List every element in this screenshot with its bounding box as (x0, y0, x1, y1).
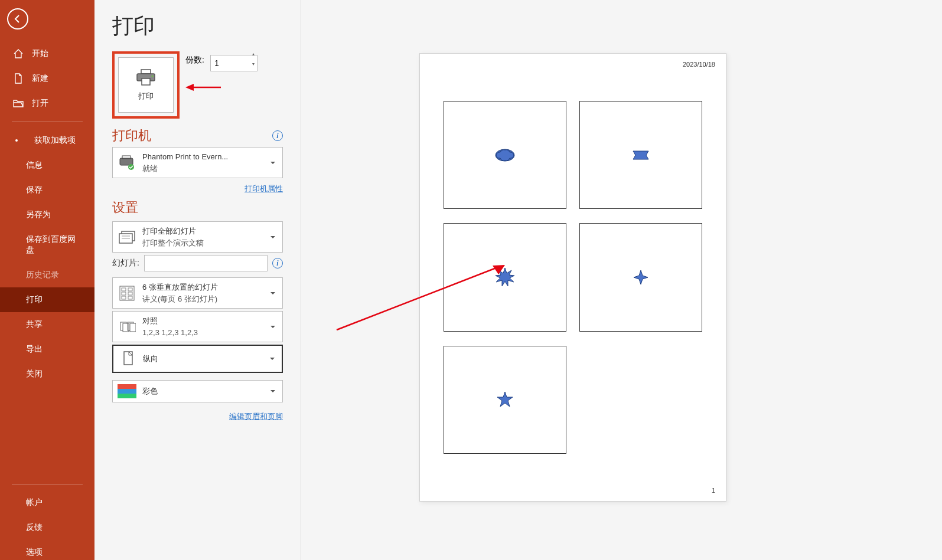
collate-line2: 1,2,3 1,2,3 1,2,3 (142, 327, 265, 339)
nav-close[interactable]: 关闭 (0, 362, 94, 387)
nav-save-baidu[interactable]: 保存到百度网盘 (0, 227, 94, 263)
open-folder-icon (13, 98, 24, 109)
nav-label: 保存到百度网盘 (26, 234, 82, 256)
nav-label: 反馈 (26, 522, 43, 533)
spinner-down-icon[interactable]: ▾ (249, 61, 257, 71)
svg-rect-2 (142, 78, 150, 85)
printer-properties-link[interactable]: 打印机属性 (245, 184, 283, 193)
nav-export[interactable]: 导出 (0, 337, 94, 362)
nav-label: 关闭 (26, 369, 43, 379)
nav-label: 选项 (26, 547, 43, 558)
preview-date: 2023/10/18 (683, 61, 715, 68)
nav-label: 信息 (26, 160, 43, 171)
new-file-icon (13, 73, 24, 84)
svg-rect-21 (130, 323, 136, 332)
print-range-dropdown[interactable]: 打印全部幻灯片 打印整个演示文稿 (112, 221, 283, 253)
slides-label: 幻灯片: (112, 258, 139, 268)
handout-grid (444, 101, 702, 454)
slide-thumb-3 (444, 223, 566, 331)
collate-line1: 对照 (142, 315, 265, 327)
svg-rect-0 (141, 70, 151, 74)
chevron-down-icon (270, 162, 275, 164)
orientation-dropdown[interactable]: 纵向 (112, 345, 283, 373)
nav-label: 历史记录 (26, 270, 59, 280)
shape-ribbon-icon (632, 150, 650, 161)
svg-rect-16 (122, 296, 126, 299)
color-dropdown[interactable]: 彩色 (112, 380, 283, 402)
nav-label: 导出 (26, 344, 43, 355)
print-range-line2: 打印整个演示文稿 (142, 237, 265, 249)
shape-seal-icon (493, 146, 517, 164)
nav-label: 打开 (32, 98, 48, 109)
home-icon (13, 48, 24, 59)
slide-thumb-4 (579, 223, 702, 331)
nav-label: 获取加载项 (34, 135, 76, 146)
nav-label: 保存 (26, 185, 43, 195)
chevron-down-icon (270, 326, 275, 328)
print-button-highlight: 打印 (112, 51, 180, 119)
print-button[interactable]: 打印 (118, 57, 174, 113)
settings-section-title: 设置 (112, 199, 283, 217)
print-preview-area: 2023/10/18 1 (301, 0, 942, 560)
slide-thumb-2 (579, 101, 702, 209)
main-content: 打印 打印 份数: ▴ ▾ (94, 0, 942, 560)
preview-page: 2023/10/18 1 (419, 53, 726, 502)
printer-dropdown[interactable]: Phantom Print to Evern... 就绪 (112, 147, 283, 178)
nav-account[interactable]: 帐户 (0, 490, 94, 515)
nav-options[interactable]: 选项 (0, 540, 94, 560)
portrait-icon (118, 349, 137, 368)
nav-info[interactable]: 信息 (0, 153, 94, 178)
nav-open[interactable]: 打开 (0, 91, 94, 116)
print-range-line1: 打印全部幻灯片 (142, 225, 265, 237)
handout-layout-icon (118, 284, 136, 303)
shape-burst-icon (495, 267, 515, 287)
nav-label: 新建 (32, 73, 48, 84)
nav-feedback[interactable]: 反馈 (0, 515, 94, 540)
copies-label: 份数: (185, 55, 204, 66)
nav-label: 开始 (32, 48, 48, 59)
nav-addins[interactable]: 获取加载项 (0, 128, 94, 153)
nav-label: 打印 (26, 294, 43, 305)
copies-spinner[interactable]: ▴ ▾ (249, 51, 257, 71)
svg-rect-17 (128, 296, 132, 299)
collate-dropdown[interactable]: 对照 1,2,3 1,2,3 1,2,3 (112, 311, 283, 342)
svg-marker-25 (497, 392, 513, 407)
printer-name: Phantom Print to Evern... (142, 151, 265, 163)
chevron-down-icon (270, 358, 275, 360)
slide-thumb-empty (579, 346, 702, 454)
nav-history[interactable]: 历史记录 (0, 263, 94, 287)
chevron-down-icon (270, 390, 275, 392)
nav-share[interactable]: 共享 (0, 312, 94, 337)
slides-all-icon (118, 228, 136, 247)
arrow-left-icon (13, 14, 22, 24)
printer-section-title: 打印机 (112, 127, 151, 145)
print-button-label: 打印 (138, 91, 154, 101)
chevron-down-icon (270, 236, 275, 238)
spinner-up-icon[interactable]: ▴ (249, 51, 257, 61)
orientation-label: 纵向 (143, 353, 264, 365)
page-title: 打印 (112, 12, 283, 41)
slide-thumb-5 (444, 346, 566, 454)
nav-label: 共享 (26, 319, 43, 330)
slide-thumb-1 (444, 101, 566, 209)
edit-header-footer-link[interactable]: 编辑页眉和页脚 (229, 412, 283, 421)
svg-rect-13 (128, 288, 132, 291)
svg-rect-15 (128, 292, 132, 295)
layout-line1: 6 张垂直放置的幻灯片 (142, 281, 265, 293)
shape-star-icon (496, 391, 514, 408)
nav-label: 帐户 (26, 497, 43, 508)
nav-new[interactable]: 新建 (0, 66, 94, 91)
nav-home[interactable]: 开始 (0, 41, 94, 66)
info-icon[interactable]: i (272, 130, 283, 141)
nav-print[interactable]: 打印 (0, 287, 94, 312)
slides-input[interactable] (144, 255, 268, 271)
layout-dropdown[interactable]: 6 张垂直放置的幻灯片 讲义(每页 6 张幻灯片) (112, 277, 283, 309)
preview-page-number: 1 (712, 487, 715, 494)
nav-saveas[interactable]: 另存为 (0, 202, 94, 227)
info-icon[interactable]: i (272, 258, 283, 268)
backstage-sidebar: 开始 新建 打开 获取加载项 信息 保存 另存为 保存到百度网盘 历史记录 打印… (0, 0, 94, 560)
layout-line2: 讲义(每页 6 张幻灯片) (142, 293, 265, 305)
back-button[interactable] (7, 8, 28, 30)
svg-point-3 (152, 76, 154, 77)
nav-save[interactable]: 保存 (0, 178, 94, 202)
